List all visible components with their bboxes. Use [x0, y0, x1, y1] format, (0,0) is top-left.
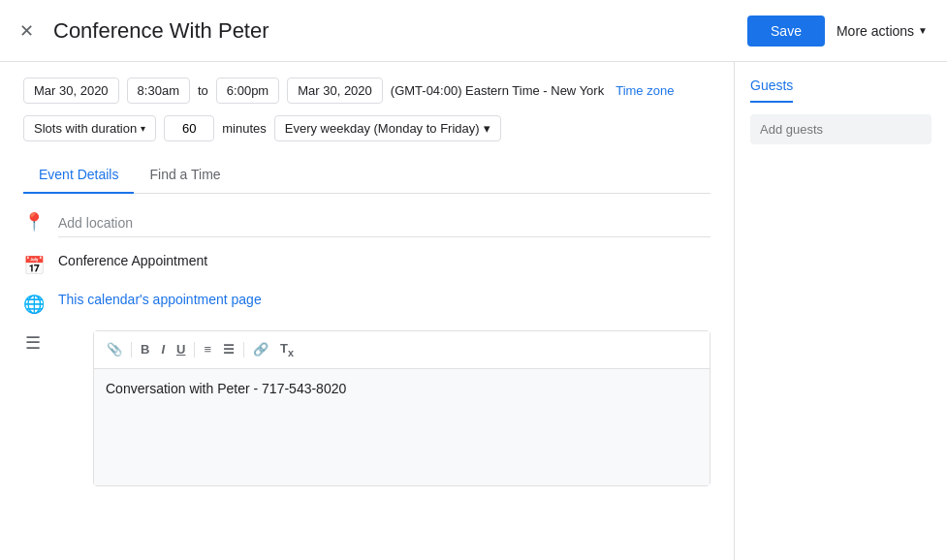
appointment-link-content: This calendar's appointment page: [58, 292, 710, 307]
tab-find-a-time[interactable]: Find a Time: [134, 157, 236, 194]
end-date-picker[interactable]: Mar 30, 2020: [287, 78, 383, 104]
clear-format-button[interactable]: Tx: [275, 337, 299, 362]
appointment-page-link[interactable]: This calendar's appointment page: [58, 292, 262, 307]
page-title: Conference With Peter: [53, 18, 747, 44]
to-label: to: [198, 83, 208, 98]
timezone-info: (GMT-04:00) Eastern Time - New York: [391, 83, 604, 98]
main-panel: Mar 30, 2020 8:30am to 6:00pm Mar 30, 20…: [0, 62, 734, 560]
description-area: 📎 B I U ≡ ☰ 🔗 Tx Conversation with Peter…: [93, 330, 710, 486]
content-area: Mar 30, 2020 8:30am to 6:00pm Mar 30, 20…: [0, 62, 947, 560]
end-time-picker[interactable]: 6:00pm: [216, 78, 279, 104]
calendar-name: Conference Appointment: [58, 253, 710, 268]
unordered-list-button[interactable]: ☰: [218, 338, 239, 360]
recurrence-label: Every weekday (Monday to Friday): [285, 121, 480, 136]
bold-button[interactable]: B: [136, 338, 154, 360]
sidebar: Guests: [734, 62, 947, 560]
location-input[interactable]: [58, 209, 710, 237]
chevron-down-icon: ▾: [141, 123, 145, 134]
datetime-row: Mar 30, 2020 8:30am to 6:00pm Mar 30, 20…: [23, 78, 710, 104]
link-button[interactable]: 🔗: [248, 338, 273, 360]
close-button[interactable]: ✕: [16, 16, 38, 46]
tab-event-details[interactable]: Event Details: [23, 157, 134, 194]
attach-button[interactable]: 📎: [102, 338, 127, 360]
description-row: ☰ 📎 B I U ≡ ☰ 🔗 Tx Conversation with Pet…: [23, 330, 710, 486]
description-text: Conversation with Peter - 717-543-8020: [106, 381, 346, 396]
more-actions-label: More actions: [837, 23, 914, 39]
description-content[interactable]: Conversation with Peter - 717-543-8020: [94, 369, 710, 485]
guests-section: Guests: [750, 78, 931, 144]
slots-label: Slots with duration: [34, 121, 137, 136]
globe-icon: 🌐: [23, 294, 43, 315]
header: ✕ Conference With Peter Save More action…: [0, 0, 947, 62]
tabs-bar: Event Details Find a Time: [23, 157, 710, 194]
start-time-picker[interactable]: 8:30am: [127, 78, 190, 104]
calendar-icon: 📅: [23, 255, 43, 276]
appointment-link-row: 🌐 This calendar's appointment page: [23, 292, 710, 315]
guests-title: Guests: [750, 78, 793, 103]
slots-dropdown[interactable]: Slots with duration ▾: [23, 115, 156, 141]
timezone-link[interactable]: Time zone: [616, 83, 674, 98]
toolbar-separator: [194, 342, 195, 358]
underline-button[interactable]: U: [172, 338, 190, 360]
slots-row: Slots with duration ▾ 60 minutes Every w…: [23, 115, 710, 141]
save-button[interactable]: Save: [747, 16, 825, 47]
minutes-label: minutes: [222, 121, 267, 136]
toolbar-separator: [131, 342, 132, 358]
toolbar-separator: [243, 342, 244, 358]
recurrence-dropdown[interactable]: Every weekday (Monday to Friday) ▾: [274, 115, 501, 141]
location-row: 📍: [23, 209, 710, 237]
chevron-down-icon: ▼: [918, 25, 928, 36]
more-actions-button[interactable]: More actions ▼: [833, 16, 931, 47]
italic-button[interactable]: I: [156, 338, 170, 360]
chevron-down-icon: ▾: [484, 121, 490, 136]
ordered-list-button[interactable]: ≡: [199, 338, 216, 360]
description-toolbar: 📎 B I U ≡ ☰ 🔗 Tx: [94, 331, 710, 369]
location-field-content: [58, 209, 710, 237]
description-icon: ☰: [23, 332, 43, 354]
start-date-picker[interactable]: Mar 30, 2020: [23, 78, 119, 104]
location-icon: 📍: [23, 211, 43, 233]
duration-input[interactable]: 60: [164, 115, 214, 141]
calendar-row: 📅 Conference Appointment: [23, 253, 710, 276]
calendar-name-text: Conference Appointment: [58, 253, 207, 268]
add-guests-input[interactable]: [750, 114, 931, 144]
